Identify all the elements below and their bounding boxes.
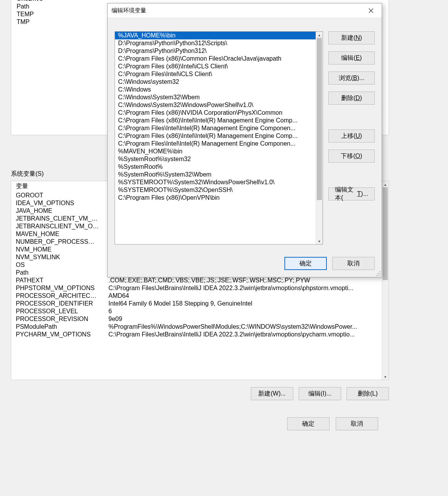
sysvar-name[interactable]: JETBRAINS_CLIENT_VM_OP... [11,215,104,223]
path-entry[interactable]: C:\Program Files (x86)\NVIDIA Corporatio… [115,109,316,117]
path-entry[interactable]: C:\Program Files (x86)\Common Files\Orac… [115,55,316,63]
edit-env-var-dialog: 编辑环境变量 %JAVA_HOME%\binD:\Programs\Python… [107,3,382,277]
path-entry[interactable]: C:\Windows [115,86,316,93]
path-entry[interactable]: C:\Program Files (x86)\OpenVPN\bin [115,194,316,202]
scroll-up-arrow-icon[interactable]: ▴ [316,32,323,38]
sysvar-name[interactable]: OS [11,261,104,269]
dialog-title: 编辑环境变量 [112,7,146,14]
sysvar-value[interactable]: C:\Program Files\JetBrains\IntelliJ IDEA… [104,331,389,338]
path-entry[interactable]: %SystemRoot%\System32\Wbem [115,171,316,178]
svg-point-3 [376,275,377,276]
sysvar-name[interactable]: PROCESSOR_LEVEL [11,307,104,315]
sysvar-name[interactable]: PROCESSOR_REVISION [11,315,104,323]
sysvar-name[interactable]: PROCESSOR_ARCHITECTURE [11,292,104,300]
path-entry[interactable]: C:\Program Files\Intel\Intel(R) Manageme… [115,140,316,148]
user-var-item[interactable]: OneDrive [13,0,387,3]
move-up-button[interactable]: 上移(U) [328,129,375,143]
sysvar-name[interactable]: PSModulePath [11,323,104,331]
sysvar-name[interactable]: PROCESSOR_IDENTIFIER [11,300,104,307]
envvars-ok-button[interactable]: 确定 [287,417,330,430]
sysvar-name[interactable]: PATHEXT [11,277,104,284]
scrollbar-vertical[interactable]: ▴ ▾ [382,181,389,380]
edit-sysvar-button[interactable]: 编辑(I)... [299,387,341,400]
sysvar-name[interactable]: PYCHARM_VM_OPTIONS [11,331,104,338]
system-vars-button-row: 新建(W)... 编辑(I)... 删除(L) [11,387,389,400]
path-entry[interactable]: C:\Program Files\Intel\iCLS Client\ [115,70,316,78]
edit-entry-button[interactable]: 编辑(E) [328,51,375,65]
path-entries-listbox[interactable]: %JAVA_HOME%\binD:\Programs\Python\Python… [115,31,323,245]
path-entry[interactable]: C:\Program Files (x86)\Intel\Intel(R) Ma… [115,132,316,140]
sysvar-name[interactable]: Path [11,269,104,277]
svg-point-2 [380,273,380,274]
svg-point-5 [380,275,380,276]
path-entry[interactable]: %MAVEN_HOME%\bin [115,148,316,155]
column-header-name[interactable]: 变量 [11,181,104,192]
envvars-cancel-button[interactable]: 取消 [336,417,378,430]
svg-point-4 [378,275,379,276]
sysvar-name[interactable]: MAVEN_HOME [11,230,104,238]
move-down-button[interactable]: 下移(O) [328,149,375,163]
browse-button[interactable]: 浏览(B)... [328,71,375,85]
sysvar-name[interactable]: GOROOT [11,192,104,199]
sysvar-name[interactable]: NUMBER_OF_PROCESSORS [11,238,104,246]
path-entry[interactable]: C:\Program Files (x86)\Intel\Intel(R) Ma… [115,117,316,124]
dialog-okcancel-row: 确定 取消 [284,257,375,270]
path-entry[interactable]: C:\Windows\System32\Wbem [115,93,316,101]
scrollbar-thumb[interactable] [317,38,322,200]
delete-sysvar-button[interactable]: 删除(L) [347,387,389,400]
scroll-down-arrow-icon[interactable]: ▾ [316,238,323,244]
path-entry[interactable]: %SystemRoot%\system32 [115,155,316,163]
sysvar-value[interactable]: 9e09 [104,315,389,323]
sysvar-name[interactable]: JETBRAINSCLIENT_VM_OP... [11,223,104,230]
svg-point-1 [378,273,379,274]
sysvar-name[interactable]: PHPSTORM_VM_OPTIONS [11,284,104,292]
path-entry[interactable]: D:\Programs\Python\Python312\Scripts\ [115,39,316,47]
dialog-titlebar[interactable]: 编辑环境变量 [108,3,382,18]
sysvar-value[interactable]: .COM;.EXE;.BAT;.CMD;.VBS;.VBE;.JS;.JSE;.… [104,277,389,284]
new-sysvar-button[interactable]: 新建(W)... [251,387,293,400]
scroll-up-arrow-icon[interactable]: ▴ [382,181,389,187]
ok-button[interactable]: 确定 [284,257,327,270]
sysvar-value[interactable]: C:\Program Files\JetBrains\IntelliJ IDEA… [104,284,389,292]
close-button[interactable] [364,5,378,16]
sysvar-value[interactable]: %ProgramFiles%\WindowsPowerShell\Modules… [104,323,389,331]
svg-point-0 [380,271,380,272]
sysvar-value[interactable]: AMD64 [104,292,389,300]
path-entry[interactable]: %SYSTEMROOT%\System32\WindowsPowerShell\… [115,178,316,186]
scrollbar-thumb[interactable] [383,187,388,280]
scrollbar-vertical[interactable]: ▴ ▾ [316,32,323,244]
system-vars-label: 系统变量(S) [11,170,44,178]
edit-text-button[interactable]: 编辑文本(T)... [328,187,375,200]
sysvar-name[interactable]: NVM_SYMLINK [11,253,104,261]
path-entry[interactable]: C:\Program Files (x86)\Intel\iCLS Client… [115,63,316,70]
sysvar-name[interactable]: NVM_HOME [11,246,104,253]
envvars-okcancel-row: 确定 取消 [0,417,386,430]
sysvar-value[interactable]: Intel64 Family 6 Model 158 Stepping 9, G… [104,300,389,307]
path-entry[interactable]: %JAVA_HOME%\bin [115,32,316,39]
path-entry[interactable]: %SYSTEMROOT%\System32\OpenSSH\ [115,186,316,194]
path-entry[interactable]: C:\Windows\System32\WindowsPowerShell\v1… [115,101,316,109]
resize-grip-icon[interactable] [375,271,381,276]
sysvar-value[interactable]: 6 [104,307,389,315]
cancel-button[interactable]: 取消 [332,257,375,270]
sysvar-name[interactable]: JAVA_HOME [11,207,104,215]
scroll-down-arrow-icon[interactable]: ▾ [382,374,389,380]
dialog-side-buttons: 新建(N) 编辑(E) 浏览(B)... 删除(D) 上移(U) 下移(O) 编… [328,31,375,200]
path-entry[interactable]: C:\Windows\system32 [115,78,316,86]
delete-entry-button[interactable]: 删除(D) [328,92,375,105]
close-icon [369,8,374,13]
sysvar-name[interactable]: IDEA_VM_OPTIONS [11,199,104,207]
new-entry-button[interactable]: 新建(N) [328,31,375,44]
path-entry[interactable]: C:\Program Files\Intel\Intel(R) Manageme… [115,124,316,132]
path-entry[interactable]: %SystemRoot% [115,163,316,171]
path-entry[interactable]: D:\Programs\Python\Python312\ [115,47,316,55]
